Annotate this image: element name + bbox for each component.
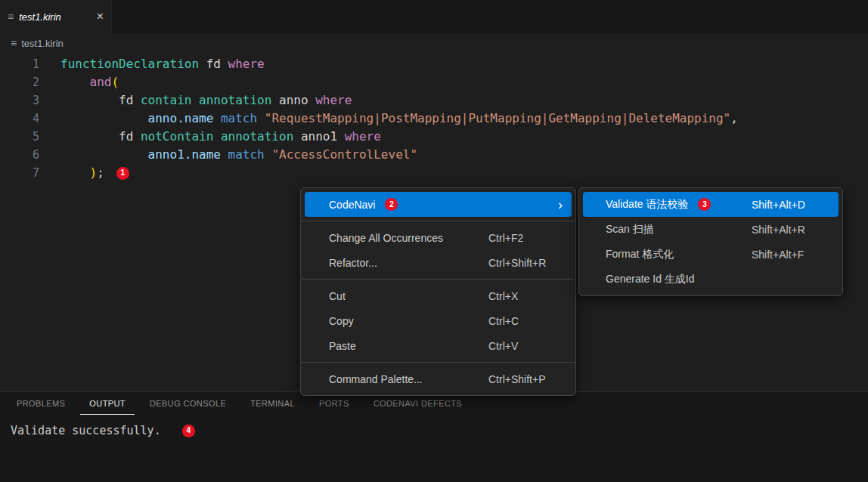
menu-shortcut: Ctrl+Shift+P [488, 373, 545, 385]
code-text: anno1.name match "AccessControlLevel" [60, 146, 417, 164]
menu-shortcut: Shift+Alt+D [752, 199, 805, 211]
panel-tab-output[interactable]: OUTPUT [80, 392, 135, 415]
line-number: 2 [0, 73, 39, 91]
code-token: where [315, 93, 352, 107]
menu-item-label: Validate 语法校验 [606, 198, 688, 212]
code-line[interactable]: 7 );1 [0, 164, 868, 182]
menu-item-label: Paste [329, 340, 356, 352]
menu-item-copy[interactable]: CopyCtrl+C [305, 308, 572, 333]
panel-tab-problems[interactable]: PROBLEMS [8, 392, 74, 415]
menu-shortcut: Ctrl+Shift+R [488, 257, 546, 269]
code-token: ) [90, 165, 98, 180]
code-token: "RequestMapping|PostMapping|PutMapping|G… [265, 111, 731, 125]
menu-item-label: CodeNavi [329, 199, 375, 211]
code-token: fd [199, 57, 228, 71]
code-token [213, 129, 221, 144]
kirin-file-icon: ≡ [8, 11, 14, 23]
code-token: notContain [141, 129, 213, 144]
kirin-file-icon: ≡ [11, 37, 17, 49]
code-line[interactable]: 3 fd contain annotation anno where [0, 91, 868, 110]
menu-item-label: Command Palette... [329, 373, 423, 385]
code-text: fd notContain annotation anno1 where [60, 128, 381, 146]
code-token: fd [60, 93, 141, 107]
code-token: match [228, 147, 265, 162]
menu-item-label: Format 格式化 [606, 248, 674, 261]
line-number: 3 [0, 91, 39, 110]
menu-item-cut[interactable]: CutCtrl+X [305, 283, 572, 308]
code-token: ; [97, 165, 104, 180]
code-lines: 1functionDeclaration fd where2 and(3 fd … [0, 55, 868, 182]
menu-item-change-all-occurrences[interactable]: Change All OccurrencesCtrl+F2 [305, 225, 572, 250]
code-token: annotation [221, 129, 293, 144]
menu-shortcut: Ctrl+C [488, 315, 519, 327]
menu-item-label: Refactor... [329, 257, 377, 269]
code-text: fd contain annotation anno where [60, 91, 352, 110]
menu-item-scan[interactable]: Scan 扫描Shift+Alt+R [583, 217, 839, 242]
tab-test1-kirin[interactable]: ≡ test1.kirin × [0, 0, 112, 33]
code-token: and [90, 75, 112, 89]
bottom-panel: PROBLEMSOUTPUTDEBUG CONSOLETERMINALPORTS… [0, 391, 868, 482]
context-menu: CodeNavi2›Change All OccurrencesCtrl+F2R… [300, 187, 576, 396]
code-token: anno1.name [148, 147, 221, 162]
menu-item-codenavi[interactable]: CodeNavi2› [305, 192, 572, 217]
menu-item-command-palette[interactable]: Command Palette...Ctrl+Shift+P [305, 366, 572, 391]
code-token: match [221, 111, 257, 125]
code-token [60, 111, 148, 125]
code-token [60, 147, 148, 162]
line-number: 1 [0, 55, 39, 73]
code-token [191, 93, 199, 107]
code-line[interactable]: 4 anno.name match "RequestMapping|PostMa… [0, 110, 868, 128]
menu-item-label: Change All Occurrences [329, 232, 443, 244]
code-token: functionDeclaration [60, 57, 199, 71]
code-token: anno1 [293, 129, 344, 144]
menu-item-refactor[interactable]: Refactor...Ctrl+Shift+R [305, 250, 572, 275]
code-token [60, 75, 90, 89]
tab-label: test1.kirin [19, 11, 91, 23]
step-badge-1: 1 [116, 167, 129, 180]
code-token: ( [111, 75, 119, 89]
code-text: ); [60, 164, 104, 182]
code-token [265, 147, 272, 162]
editor-tab-bar: ≡ test1.kirin × [0, 0, 868, 33]
submenu: Validate 语法校验3Shift+Alt+DScan 扫描Shift+Al… [578, 187, 843, 296]
menu-shortcut: Ctrl+X [488, 290, 518, 302]
menu-separator [302, 362, 575, 363]
menu-item-generate-id-id[interactable]: Generate Id 生成Id [583, 267, 839, 292]
menu-shortcut: Shift+Alt+F [752, 249, 804, 261]
breadcrumb[interactable]: ≡ test1.kirin [0, 33, 868, 53]
code-line[interactable]: 6 anno1.name match "AccessControlLevel" [0, 146, 868, 164]
code-text: anno.name match "RequestMapping|PostMapp… [60, 110, 738, 128]
code-token: annotation [199, 93, 271, 107]
menu-separator [302, 221, 575, 221]
code-line[interactable]: 5 fd notContain annotation anno1 where [0, 128, 868, 146]
line-number: 5 [0, 128, 39, 146]
menu-item-format[interactable]: Format 格式化Shift+Alt+F [583, 242, 839, 267]
code-token [60, 165, 90, 180]
line-number: 7 [0, 164, 39, 182]
code-token: , [730, 111, 738, 125]
code-token: anno [271, 93, 315, 107]
step-badge-3: 3 [698, 198, 711, 211]
code-token: contain [141, 93, 191, 107]
chevron-right-icon: › [558, 198, 563, 212]
code-token: fd [60, 129, 141, 144]
close-icon[interactable]: × [97, 11, 104, 23]
panel-tab-terminal[interactable]: TERMINAL [241, 392, 304, 415]
code-line[interactable]: 2 and( [0, 73, 868, 91]
code-text: and( [60, 73, 119, 91]
code-line[interactable]: 1functionDeclaration fd where [0, 55, 868, 73]
step-badge-4: 4 [182, 425, 195, 437]
menu-item-label: Copy [329, 315, 354, 327]
code-token: where [228, 57, 265, 71]
panel-tab-debug-console[interactable]: DEBUG CONSOLE [141, 392, 235, 415]
menu-item-paste[interactable]: PasteCtrl+V [305, 333, 572, 358]
code-token [221, 147, 228, 162]
menu-item-validate[interactable]: Validate 语法校验3Shift+Alt+D [583, 192, 839, 217]
code-token: anno.name [148, 111, 214, 125]
output-text: Validate successfully. [11, 424, 161, 437]
menu-shortcut: Ctrl+F2 [488, 232, 523, 244]
code-token: "AccessControlLevel" [271, 147, 417, 162]
line-number: 6 [0, 146, 39, 164]
code-token [213, 111, 221, 125]
code-text: functionDeclaration fd where [60, 55, 265, 73]
